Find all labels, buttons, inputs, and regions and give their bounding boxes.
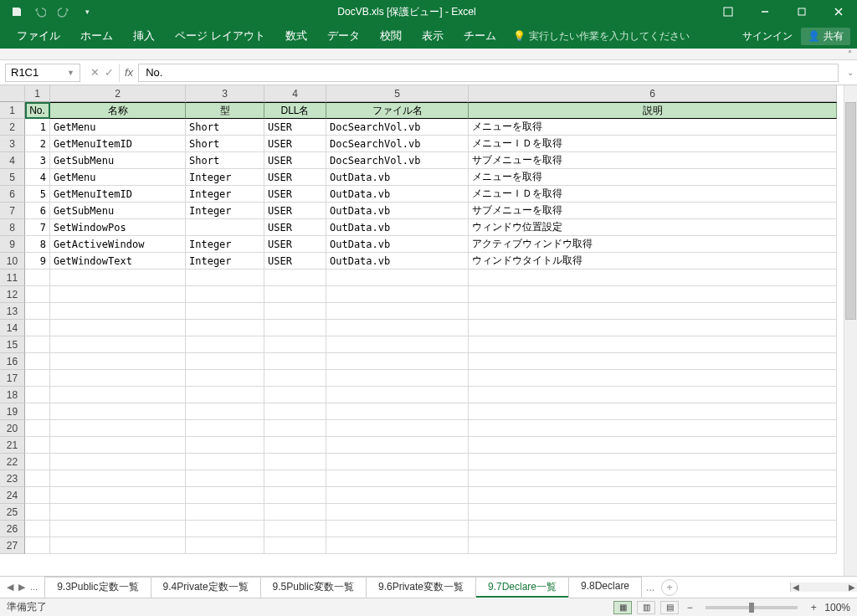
- cell[interactable]: [264, 353, 326, 370]
- tab-formulas[interactable]: 数式: [275, 23, 317, 49]
- cell[interactable]: 2: [25, 136, 50, 152]
- cell[interactable]: [186, 387, 264, 403]
- cell[interactable]: [264, 303, 326, 320]
- cell[interactable]: [186, 353, 264, 370]
- cell[interactable]: [469, 521, 837, 537]
- worksheet-grid[interactable]: 1234561No.名称型DLL名ファイル名説明21GetMenuShortUS…: [0, 85, 857, 576]
- tab-nav-prev-icon[interactable]: ◀: [5, 582, 15, 593]
- tell-me-search[interactable]: 💡 実行したい作業を入力してください: [513, 29, 690, 44]
- cell[interactable]: [326, 437, 469, 454]
- cell[interactable]: [326, 470, 469, 487]
- cell[interactable]: [25, 537, 50, 554]
- tab-review[interactable]: 校閲: [370, 23, 412, 49]
- cell[interactable]: [469, 504, 837, 521]
- cell[interactable]: [326, 270, 469, 286]
- cell[interactable]: [25, 353, 50, 370]
- save-icon[interactable]: [8, 3, 25, 20]
- cell[interactable]: [264, 370, 326, 387]
- cell[interactable]: [264, 487, 326, 504]
- zoom-slider[interactable]: [706, 606, 798, 609]
- new-sheet-button[interactable]: +: [661, 579, 678, 596]
- cell[interactable]: [469, 387, 837, 403]
- cell[interactable]: [264, 270, 326, 286]
- column-header[interactable]: 2: [50, 85, 186, 102]
- minimize-icon[interactable]: [747, 0, 783, 23]
- cell[interactable]: GetWindowText: [50, 253, 186, 270]
- row-header[interactable]: 17: [0, 370, 25, 387]
- row-header[interactable]: 1: [0, 102, 25, 119]
- table-header-cell[interactable]: DLL名: [264, 102, 326, 119]
- cell[interactable]: [50, 537, 186, 554]
- cell[interactable]: [50, 470, 186, 487]
- cell[interactable]: OutData.vb: [326, 236, 469, 253]
- cell[interactable]: [50, 403, 186, 420]
- cell[interactable]: [326, 420, 469, 437]
- cell[interactable]: [264, 403, 326, 420]
- cell[interactable]: [25, 387, 50, 403]
- cell[interactable]: [264, 420, 326, 437]
- row-header[interactable]: 5: [0, 169, 25, 186]
- cell[interactable]: USER: [264, 236, 326, 253]
- cell[interactable]: [25, 336, 50, 353]
- cell[interactable]: [25, 521, 50, 537]
- row-header[interactable]: 6: [0, 186, 25, 203]
- cell[interactable]: [186, 487, 264, 504]
- cell[interactable]: USER: [264, 152, 326, 169]
- cell[interactable]: [264, 437, 326, 454]
- table-header-cell[interactable]: ファイル名: [326, 102, 469, 119]
- cell[interactable]: [469, 420, 837, 437]
- signin-link[interactable]: サインイン: [742, 29, 793, 44]
- cell[interactable]: [469, 336, 837, 353]
- row-header[interactable]: 4: [0, 152, 25, 169]
- row-header[interactable]: 9: [0, 236, 25, 253]
- cell[interactable]: Integer: [186, 236, 264, 253]
- cell[interactable]: 1: [25, 119, 50, 136]
- expand-formula-icon[interactable]: ⌄: [844, 68, 857, 77]
- cell[interactable]: [469, 537, 837, 554]
- cell[interactable]: サブメニューを取得: [469, 203, 837, 219]
- cell[interactable]: [469, 270, 837, 286]
- cell[interactable]: [186, 470, 264, 487]
- row-header[interactable]: 26: [0, 521, 25, 537]
- cell[interactable]: GetActiveWindow: [50, 236, 186, 253]
- view-pagelayout-icon[interactable]: ▥: [637, 601, 655, 614]
- cell[interactable]: [186, 504, 264, 521]
- sheet-tab[interactable]: 9.6Private変数一覧: [366, 577, 476, 598]
- formula-input[interactable]: No.: [138, 64, 839, 82]
- table-header-cell[interactable]: 名称: [50, 102, 186, 119]
- row-header[interactable]: 19: [0, 403, 25, 420]
- column-header[interactable]: 6: [469, 85, 837, 102]
- zoom-out-button[interactable]: −: [684, 602, 695, 613]
- cell[interactable]: OutData.vb: [326, 203, 469, 219]
- cell[interactable]: [326, 537, 469, 554]
- cell[interactable]: [264, 470, 326, 487]
- cell[interactable]: [25, 370, 50, 387]
- row-header[interactable]: 7: [0, 203, 25, 219]
- tab-more-label[interactable]: ...: [646, 582, 654, 593]
- cell[interactable]: [326, 504, 469, 521]
- cell[interactable]: [469, 320, 837, 336]
- cell[interactable]: ウィンドウタイトル取得: [469, 253, 837, 270]
- cell[interactable]: [469, 286, 837, 303]
- column-header[interactable]: 5: [326, 85, 469, 102]
- cell[interactable]: GetSubMenu: [50, 152, 186, 169]
- sheet-tab[interactable]: 9.4Private定数一覧: [151, 577, 261, 598]
- row-header[interactable]: 16: [0, 353, 25, 370]
- cell[interactable]: [186, 403, 264, 420]
- vertical-scrollbar[interactable]: [844, 85, 857, 576]
- cell[interactable]: 9: [25, 253, 50, 270]
- tab-file[interactable]: ファイル: [7, 23, 70, 49]
- sheet-tab[interactable]: 9.3Public定数一覧: [44, 577, 151, 598]
- cancel-formula-icon[interactable]: ✕: [90, 66, 100, 79]
- undo-icon[interactable]: [32, 3, 49, 20]
- cell[interactable]: [50, 504, 186, 521]
- tab-pagelayout[interactable]: ページ レイアウト: [165, 23, 275, 49]
- cell[interactable]: Short: [186, 152, 264, 169]
- cell[interactable]: USER: [264, 253, 326, 270]
- cell[interactable]: GetMenuItemID: [50, 186, 186, 203]
- cell[interactable]: ウィンドウ位置設定: [469, 219, 837, 236]
- cell[interactable]: GetMenu: [50, 119, 186, 136]
- cell[interactable]: USER: [264, 203, 326, 219]
- cell[interactable]: メニューを取得: [469, 119, 837, 136]
- cell[interactable]: [264, 320, 326, 336]
